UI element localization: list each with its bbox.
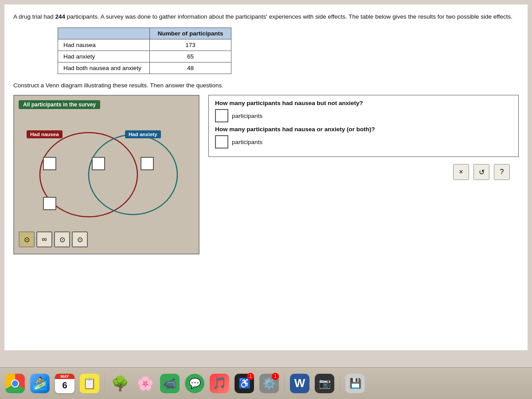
question-1-box: How many participants had nausea but not… [208, 95, 519, 157]
row1-value: 173 [149, 39, 231, 51]
toolbar-move-btn[interactable]: ⊙ [54, 231, 70, 247]
data-table: Number of participants Had nausea 173 Ha… [58, 27, 231, 74]
construct-text: Construct a Venn diagram illustrating th… [13, 82, 519, 89]
row1-label: Had nausea [58, 39, 150, 51]
venn-drawing-area: Had nausea Had anxiety [19, 113, 194, 228]
svg-point-1 [89, 135, 177, 215]
toolbar-circles-btn[interactable]: ∞ [36, 231, 52, 247]
table-row: Had both nausea and anxiety 48 [58, 63, 231, 74]
table-row: Had anxiety 65 [58, 51, 231, 63]
taskbar-facetime[interactable]: 📹 [158, 371, 181, 396]
answer-unit-1: participants [232, 113, 262, 119]
taskbar-calendar[interactable]: MAY 6 [53, 371, 76, 396]
table-col-label [58, 28, 150, 39]
problem-text: A drug trial had 244 participants. A sur… [13, 12, 519, 21]
participant-count: 244 [55, 13, 66, 20]
taskbar-notes[interactable]: 📋 [78, 371, 101, 396]
question-1-text: How many participants had nausea but not… [215, 100, 512, 106]
undo-button[interactable]: ↺ [473, 164, 489, 180]
venn-input-bottom[interactable] [43, 197, 56, 210]
answer-row-2: participants [215, 135, 512, 149]
gear-badge: 1 [272, 373, 279, 380]
taskbar-music[interactable]: 🎵 [208, 371, 231, 396]
taskbar-finder[interactable]: 🏄 [28, 371, 51, 396]
answer-input-2[interactable] [215, 135, 228, 149]
venn-input-right[interactable] [141, 157, 154, 170]
calendar-day: 6 [62, 379, 67, 391]
taskbar: 🏄 MAY 6 📋 🌳 🌸 📹 💬 🎵 ♿ 1 ⚙️ 1 [0, 367, 532, 399]
taskbar-chrome[interactable] [4, 371, 27, 396]
accessibility-badge: 1 [247, 373, 254, 380]
calendar-month: MAY [55, 374, 74, 379]
taskbar-messages[interactable]: 💬 [183, 371, 206, 396]
venn-toolbar: ⊙ ∞ ⊙ ⊙ [19, 231, 194, 247]
table-col-header: Number of participants [149, 28, 231, 39]
venn-input-middle[interactable] [92, 157, 105, 170]
taskbar-separator-3 [340, 375, 340, 392]
answer-input-1[interactable] [215, 109, 228, 122]
venn-svg [19, 113, 194, 228]
venn-anxiety-label: Had anxiety [125, 130, 161, 138]
questions-area: How many participants had nausea but not… [208, 95, 519, 180]
action-buttons: × ↺ ? [208, 164, 519, 180]
close-button[interactable]: × [453, 164, 469, 180]
row2-value: 65 [149, 51, 231, 63]
answer-unit-2: participants [232, 139, 262, 145]
taskbar-separator-2 [284, 375, 285, 392]
main-content: A drug trial had 244 participants. A sur… [4, 4, 528, 350]
row2-label: Had anxiety [58, 51, 150, 63]
venn-container: All participants in the survey Had nause… [13, 95, 200, 254]
row3-value: 48 [149, 63, 231, 74]
venn-nausea-label: Had nausea [27, 130, 63, 138]
taskbar-accessibility[interactable]: ♿ 1 [233, 371, 256, 396]
toolbar-target-btn[interactable]: ⊙ [72, 231, 88, 247]
taskbar-tree[interactable]: 🌳 [109, 371, 132, 396]
taskbar-gear[interactable]: ⚙️ 1 [258, 371, 281, 396]
taskbar-camera[interactable]: 📷 [313, 371, 336, 396]
table-row: Had nausea 173 [58, 39, 231, 51]
taskbar-photos[interactable]: 🌸 [133, 371, 156, 396]
venn-outer-label: All participants in the survey [19, 100, 100, 109]
taskbar-separator-1 [105, 375, 105, 392]
answer-row-1: participants [215, 109, 512, 122]
venn-input-left[interactable] [43, 157, 56, 170]
taskbar-system-prefs[interactable]: 💾 [344, 371, 367, 396]
row3-label: Had both nausea and anxiety [58, 63, 150, 74]
toolbar-reset-btn[interactable]: ⊙ [19, 231, 35, 247]
bottom-section: All participants in the survey Had nause… [13, 95, 519, 254]
help-button[interactable]: ? [494, 164, 510, 180]
question-2-text: How many participants had nausea or anxi… [215, 126, 512, 133]
taskbar-word[interactable]: W [288, 371, 311, 396]
